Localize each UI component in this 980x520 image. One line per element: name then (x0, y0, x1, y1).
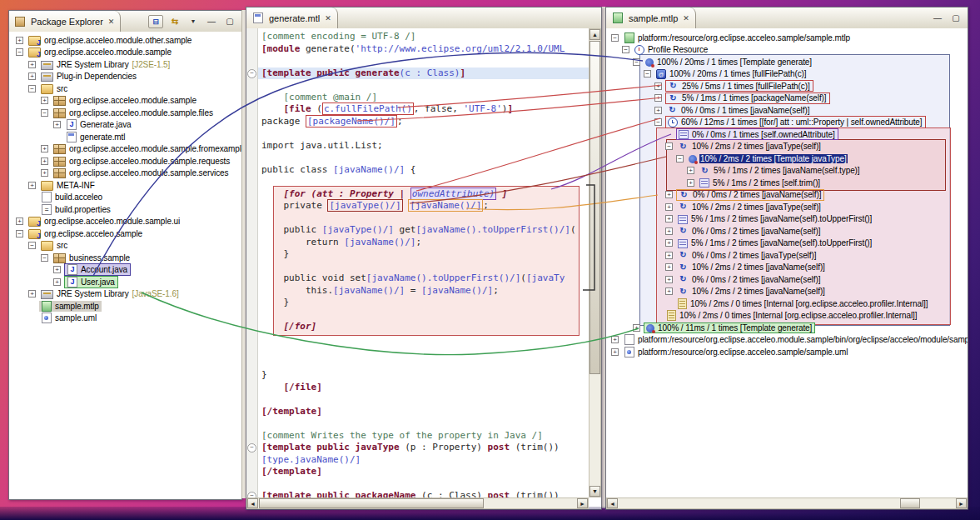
expand-icon[interactable]: + (687, 167, 694, 174)
profiler-item[interactable]: +0% / 0ms / 1 times [javaName(self)] (606, 104, 968, 117)
package-explorer-item[interactable]: +org.eclipse.acceleo.module.other.sample (9, 34, 241, 47)
expand-icon[interactable]: + (41, 158, 48, 165)
profiler-item[interactable]: +platform:/resource/org.eclipse.acceleo.… (606, 334, 968, 347)
profiler-item[interactable]: −100% / 20ms / 1 times [Template generat… (606, 56, 968, 68)
collapse-icon[interactable]: − (633, 58, 640, 66)
code-line[interactable] (261, 393, 589, 406)
code-line[interactable] (261, 358, 589, 370)
expand-icon[interactable]: + (28, 290, 36, 298)
package-explorer-item[interactable]: +org.eclipse.acceleo.module.sample (9, 95, 241, 108)
code-line[interactable]: [/template] (261, 406, 589, 418)
profiler-item[interactable]: +10% / 2ms / 2 times [javaType(self)] (606, 201, 968, 213)
package-explorer-item[interactable]: build.acceleo (9, 192, 241, 204)
collapse-all-icon[interactable]: ⊟ (148, 15, 163, 28)
expand-icon[interactable]: + (53, 266, 61, 273)
code-line[interactable]: } (261, 297, 589, 309)
code-line[interactable]: public class [javaName()/] { (261, 164, 589, 177)
code-line[interactable]: this.[javaName()/] = [javaName()/]; (261, 285, 589, 298)
collapse-icon[interactable]: − (622, 46, 629, 53)
code-line[interactable] (261, 212, 589, 225)
editor-hscrollbar[interactable]: ◄ ► (246, 498, 589, 509)
editor-vscrollbar[interactable]: ▲ ▼ (589, 28, 601, 498)
profiler-item[interactable]: +10% / 2ms / 2 times [javaName(self)] (606, 286, 968, 298)
profiler-item[interactable]: −10% / 2ms / 2 times [Template javaType] (606, 152, 968, 165)
profiler-item[interactable]: 10% / 2ms / 0 times [Internal [org.eclip… (606, 310, 968, 322)
code-line[interactable] (261, 345, 589, 358)
expand-icon[interactable]: + (687, 179, 694, 187)
package-explorer-item[interactable]: +Account.java (9, 264, 241, 277)
collapse-icon[interactable]: − (28, 85, 36, 92)
profiler-item[interactable]: +5% / 1ms / 2 times [self.trim()] (606, 177, 968, 189)
package-explorer-item[interactable]: −src (9, 82, 241, 95)
profiler-item[interactable]: −60% / 12ms / 1 times [[for/] att : uml:… (606, 117, 968, 129)
expand-icon[interactable]: + (611, 336, 619, 343)
code-line[interactable] (261, 309, 589, 322)
close-icon[interactable]: ✕ (683, 14, 689, 22)
code-line[interactable]: [type.javaName()/] (261, 454, 589, 467)
expand-icon[interactable]: + (53, 121, 61, 128)
expand-icon[interactable]: + (665, 276, 673, 283)
package-explorer-item[interactable]: build.properties (9, 203, 241, 216)
close-icon[interactable]: ✕ (108, 18, 115, 26)
expand-icon[interactable]: + (28, 182, 36, 189)
scroll-left-icon[interactable]: ◄ (247, 498, 258, 508)
tab-sample-mtlp[interactable]: sample.mtlp ✕ (606, 8, 696, 28)
package-explorer-item[interactable]: +JRE System Library[JavaSE-1.6] (9, 288, 241, 301)
expand-icon[interactable]: + (53, 278, 61, 286)
package-explorer-item[interactable]: +org.eclipse.acceleo.module.sample.frome… (9, 143, 241, 156)
profiler-item[interactable]: 0% / 0ms / 1 times [self.ownedAttribute] (606, 128, 968, 141)
collapse-icon[interactable]: − (654, 118, 662, 126)
package-explorer-item[interactable]: +META-INF (9, 179, 241, 192)
collapse-icon[interactable]: − (41, 109, 48, 117)
package-explorer-item[interactable]: sample.uml (9, 312, 241, 325)
maximize-icon[interactable]: ▢ (223, 16, 236, 28)
tab-package-explorer[interactable]: Package Explorer ✕ (9, 11, 121, 32)
profiler-item[interactable]: +100% / 11ms / 1 times [Template generat… (606, 322, 968, 334)
collapse-icon[interactable]: − (611, 34, 619, 42)
profiler-item[interactable]: +5% / 1ms / 2 times [javaName(self).toUp… (606, 238, 968, 250)
hscroll-thumb[interactable] (900, 498, 920, 508)
expand-icon[interactable]: + (665, 203, 673, 211)
package-explorer-item[interactable]: −org.eclipse.acceleo.sample (9, 228, 241, 240)
expand-icon[interactable]: + (41, 145, 48, 152)
expand-icon[interactable]: + (665, 215, 673, 222)
collapse-icon[interactable]: − (16, 230, 23, 238)
expand-icon[interactable]: + (665, 228, 673, 235)
code-line[interactable] (261, 79, 589, 92)
code-line[interactable]: public void set[javaName().toUpperFirst(… (261, 272, 589, 285)
code-line[interactable]: [comment @main /] (261, 92, 589, 104)
code-line[interactable] (261, 418, 589, 430)
scroll-down-icon[interactable]: ▼ (589, 486, 600, 497)
code-line[interactable] (261, 333, 589, 346)
code-line[interactable] (261, 478, 589, 491)
profiler-item[interactable]: +0% / 0ms / 2 times [javaName(self)] (606, 225, 968, 238)
expand-icon[interactable]: + (41, 169, 48, 177)
package-explorer-item[interactable]: +org.eclipse.acceleo.module.sample.servi… (9, 168, 241, 180)
code-line[interactable] (261, 152, 589, 164)
scroll-left-icon[interactable]: ◄ (607, 498, 618, 508)
profiler-item[interactable]: +5% / 1ms / 2 times [javaName(self).toUp… (606, 213, 968, 226)
tab-generate-mtl[interactable]: generate.mtl ✕ (246, 8, 338, 28)
profiler-item[interactable]: +0% / 0ms / 2 times [javaType(self)] (606, 249, 968, 262)
code-line[interactable]: [/file] (261, 382, 589, 394)
code-line[interactable]: [comment encoding = UTF-8 /] (261, 31, 589, 43)
expand-icon[interactable]: + (633, 324, 640, 332)
link-with-editor-icon[interactable]: ⇆ (168, 16, 182, 28)
expand-icon[interactable]: + (654, 94, 662, 102)
code-line[interactable]: import java.util.List; (261, 140, 589, 152)
package-explorer-item[interactable]: −org.eclipse.acceleo.module.sample (9, 47, 241, 59)
package-explorer-item[interactable]: +Generate.java (9, 119, 241, 132)
profiler-item[interactable]: −Profile Resource (606, 44, 968, 57)
profiler-item[interactable]: +0% / 0ms / 2 times [javaName(self)] (606, 189, 968, 202)
code-line[interactable]: package [packageName()/]; (261, 116, 589, 128)
expand-icon[interactable]: + (665, 288, 673, 295)
scroll-right-icon[interactable]: ► (956, 498, 967, 508)
fold-collapse-icon[interactable]: − (247, 443, 256, 452)
package-explorer-item[interactable]: generate.mtl (9, 131, 241, 143)
code-line[interactable]: [comment Writes the type of the property… (261, 430, 589, 442)
code-line[interactable] (261, 55, 589, 68)
expand-icon[interactable]: + (28, 61, 36, 68)
collapse-icon[interactable]: − (41, 254, 48, 262)
expand-icon[interactable]: + (665, 191, 673, 198)
maximize-icon[interactable]: ▢ (949, 12, 963, 24)
